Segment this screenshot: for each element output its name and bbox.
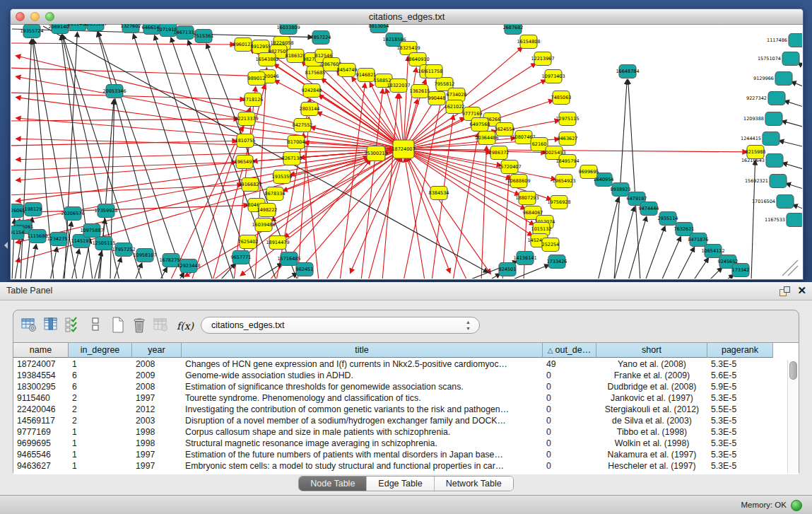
graph-node[interactable]: 6734028: [447, 88, 467, 102]
graph-node[interactable]: 1810755: [235, 134, 256, 148]
graph-node[interactable]: 18914479: [266, 236, 289, 250]
table-row[interactable]: 946362711997Embryonic stem cells: a mode…: [13, 460, 788, 472]
graph-node[interactable]: 2718126: [243, 93, 264, 107]
table-row[interactable]: 1872400712008Changes of HCN gene express…: [13, 358, 788, 370]
table-row[interactable]: 1830029562008Estimation of significance …: [13, 381, 788, 392]
column-header-name[interactable]: name: [13, 343, 69, 358]
column-header-short[interactable]: short: [596, 343, 707, 358]
graph-node[interactable]: 9657771: [231, 251, 252, 264]
graph-node[interactable]: 962451: [296, 263, 314, 276]
graph-node[interactable]: 2935114: [658, 212, 678, 226]
table-row[interactable]: 969969511998Structural magnetic resonanc…: [13, 438, 788, 449]
graph-node[interactable]: 19654923: [552, 175, 575, 188]
graph-node[interactable]: 12923448: [177, 259, 200, 273]
graph-node[interactable]: 990448: [428, 92, 446, 105]
graph-node[interactable]: 1244415: [741, 132, 779, 146]
graph-node[interactable]: 17957252: [112, 243, 135, 257]
graph-node[interactable]: 7857224: [311, 31, 331, 45]
close-icon[interactable]: ✕: [797, 284, 806, 297]
column-header-out_de[interactable]: △out_de…: [543, 343, 596, 358]
graph-node[interactable]: 9699695: [579, 165, 599, 179]
graph-node[interactable]: 10653287: [83, 24, 107, 31]
graph-node[interactable]: 12213379: [235, 112, 258, 126]
memory-status-icon[interactable]: [791, 500, 802, 511]
show-columns-icon[interactable]: [43, 317, 60, 335]
graph-node[interactable]: 18495794: [555, 155, 579, 168]
import-table-icon[interactable]: [153, 317, 170, 335]
graph-node[interactable]: 10973403: [541, 70, 565, 83]
graph-node[interactable]: 198129: [25, 203, 42, 216]
graph-node[interactable]: 1498222: [257, 204, 278, 217]
select-columns-icon[interactable]: [64, 317, 81, 335]
graph-node[interactable]: 989012: [248, 72, 266, 86]
network-graph-canvas[interactable]: 1935572420691406203140610653287132760264…: [11, 24, 802, 279]
graph-node[interactable]: 15692321: [745, 175, 787, 188]
row-height-icon[interactable]: [87, 317, 104, 335]
graph-node[interactable]: 16039489: [252, 218, 275, 232]
graph-node[interactable]: 25300213: [364, 146, 387, 161]
tab-network-table[interactable]: Network Table: [435, 477, 513, 491]
graph-node[interactable]: 12975115: [555, 112, 579, 126]
graph-node[interactable]: 18807293: [515, 192, 539, 205]
new-table-icon[interactable]: [110, 317, 126, 335]
graph-node[interactable]: 1733426: [547, 255, 567, 269]
tab-edge-table[interactable]: Edge Table: [367, 477, 434, 491]
graph-node[interactable]: 16543862: [255, 53, 278, 66]
graph-node[interactable]: 173342: [732, 264, 750, 277]
table-selector-dropdown[interactable]: citations_edges.txt ▲▼: [201, 317, 480, 334]
graph-node[interactable]: 1167533: [765, 214, 802, 227]
table-mode-icon[interactable]: [20, 317, 37, 335]
graph-node[interactable]: 611758: [425, 65, 443, 78]
graph-node[interactable]: 15751074: [758, 52, 799, 66]
graph-node[interactable]: 17359928: [94, 204, 117, 218]
delete-table-icon[interactable]: [131, 317, 148, 335]
graph-node[interactable]: 9474444: [639, 202, 659, 216]
graph-node[interactable]: 6497568: [470, 118, 490, 132]
graph-node[interactable]: 8267130: [282, 152, 302, 165]
graph-node[interactable]: 62160: [531, 138, 548, 151]
graph-node[interactable]: 2526065: [11, 204, 25, 218]
graph-node[interactable]: 252254: [542, 238, 560, 252]
graph-node[interactable]: 1115680: [28, 230, 48, 243]
column-header-year[interactable]: year: [132, 343, 182, 358]
graph-node[interactable]: 8471876: [688, 233, 709, 247]
graph-node[interactable]: 1935359: [272, 170, 293, 184]
graph-node[interactable]: 8813054: [369, 24, 389, 33]
graph-node[interactable]: 2803144: [300, 103, 320, 116]
graph-node[interactable]: 18322037: [387, 79, 410, 93]
function-builder-icon[interactable]: f(x): [175, 317, 196, 335]
graph-node[interactable]: 1209388: [743, 112, 782, 126]
window-resize-grip[interactable]: [782, 260, 798, 276]
graph-node[interactable]: 19355724: [20, 25, 43, 38]
graph-node[interactable]: 7625402: [238, 235, 259, 249]
graph-node[interactable]: 8427552: [293, 119, 313, 132]
graph-node[interactable]: 1327602: [121, 24, 141, 33]
graph-node[interactable]: 8678334: [265, 187, 286, 201]
column-header-title[interactable]: title: [182, 343, 543, 358]
graph-node[interactable]: 2687682: [503, 24, 524, 35]
graph-node[interactable]: 1965493: [235, 156, 255, 169]
graph-node[interactable]: 19166827: [238, 178, 261, 192]
graph-node[interactable]: 18640910: [406, 53, 429, 66]
hidden-panel-arrow-icon[interactable]: [1, 242, 8, 249]
column-header-in_degree[interactable]: in_degree: [69, 343, 132, 358]
graph-node[interactable]: 1362615: [410, 85, 430, 98]
graph-node[interactable]: 7515361: [194, 30, 214, 43]
table-row[interactable]: 1938455462009Genome-wide association stu…: [13, 370, 788, 381]
graph-node[interactable]: 924501: [499, 263, 517, 276]
graph-node[interactable]: 16033809: [276, 24, 300, 35]
table-row[interactable]: 1456911722003Disruption of a novel membe…: [13, 415, 788, 426]
graph-node[interactable]: 9129966: [753, 72, 792, 86]
graph-node[interactable]: 817004: [288, 136, 305, 149]
table-row[interactable]: 911546021997Tourette syndrome. Phenomeno…: [13, 392, 788, 404]
table-row[interactable]: 946554611997Estimation of the future num…: [13, 449, 788, 460]
graph-node[interactable]: 8175685: [305, 66, 326, 80]
graph-node[interactable]: 9227342: [746, 92, 785, 105]
float-window-icon[interactable]: [779, 286, 789, 296]
graph-node[interactable]: 9242848: [302, 84, 322, 98]
graph-node[interactable]: 8384534: [429, 187, 449, 200]
graph-node[interactable]: 19756928: [547, 196, 570, 209]
graph-node[interactable]: 18724007: [392, 140, 415, 158]
graph-node[interactable]: 15720407: [498, 160, 521, 174]
graph-node[interactable]: 20364486: [475, 132, 498, 145]
